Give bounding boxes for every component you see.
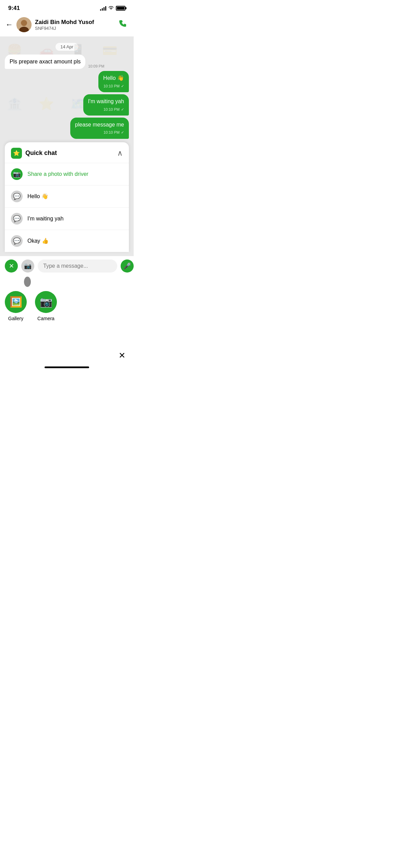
spacer xyxy=(0,327,134,347)
bubble-sent: please message me 10:10 PM ✓ xyxy=(70,118,129,139)
wifi-icon xyxy=(108,5,114,11)
status-icons xyxy=(100,5,125,11)
msg-time: 10:10 PM xyxy=(104,84,120,89)
msg-meta: 10:10 PM ✓ xyxy=(75,130,124,135)
quick-item-text-waiting: I'm waiting yah xyxy=(27,216,63,222)
chat-header: ← Zaidi Bin Mohd Yusof SNF9474J xyxy=(0,14,134,37)
msg-text: I'm waiting yah xyxy=(88,98,124,104)
msg-check: ✓ xyxy=(121,107,124,112)
contact-info: Zaidi Bin Mohd Yusof SNF9474J xyxy=(35,19,119,31)
date-separator: 14 Apr xyxy=(5,44,129,50)
quick-chat-header: ⭐ Quick chat ∧ xyxy=(5,142,129,163)
close-quick-button[interactable]: ✕ xyxy=(5,260,18,273)
quick-chat-title-row: ⭐ Quick chat xyxy=(11,148,57,159)
quick-item-text-okay: Okay 👍 xyxy=(27,238,49,244)
input-area: ✕ 📷 🎤 xyxy=(0,256,134,275)
bottom-close-row: ✕ xyxy=(0,347,134,364)
collapse-quick-chat-button[interactable]: ∧ xyxy=(117,149,123,158)
message-received: Pls prepare axact amount pls 10:09 PM xyxy=(5,55,129,69)
bubble-okay-icon: 💬 xyxy=(11,235,23,247)
bubble-sent: Hello 👋 10:10 PM ✓ xyxy=(98,71,129,92)
msg-text: Hello 👋 xyxy=(103,75,124,81)
signal-icon xyxy=(100,6,106,11)
contact-name: Zaidi Bin Mohd Yusof xyxy=(35,19,119,26)
quick-item-photo[interactable]: 📷 Share a photo with driver xyxy=(5,163,129,185)
msg-time-received: 10:09 PM xyxy=(88,64,104,68)
bubble-sent: I'm waiting yah 10:10 PM ✓ xyxy=(83,94,129,116)
gallery-option[interactable]: 🖼️ Gallery xyxy=(5,291,27,321)
msg-time: 10:10 PM xyxy=(104,107,120,112)
bottom-close-button[interactable]: ✕ xyxy=(119,351,125,360)
quick-item-text-photo: Share a photo with driver xyxy=(27,171,88,177)
media-options-row: 🖼️ Gallery 📷 Camera xyxy=(0,291,134,327)
camera-photo-icon: 📷 xyxy=(11,168,23,180)
msg-text: Pls prepare axact amount pls xyxy=(10,59,81,64)
quick-item-waiting[interactable]: 💬 I'm waiting yah xyxy=(5,208,129,230)
gallery-label: Gallery xyxy=(8,316,23,321)
quick-star-icon: ⭐ xyxy=(11,148,22,159)
gray-dot xyxy=(24,277,31,287)
quick-item-hello[interactable]: 💬 Hello 👋 xyxy=(5,185,129,208)
home-indicator xyxy=(0,364,134,370)
message-sent-1: Hello 👋 10:10 PM ✓ xyxy=(5,71,129,92)
camera-input-button[interactable]: 📷 xyxy=(21,260,34,273)
msg-time: 10:10 PM xyxy=(104,130,120,135)
bubble-hello-icon: 💬 xyxy=(11,191,23,202)
msg-meta: 10:10 PM ✓ xyxy=(88,107,124,112)
msg-check: ✓ xyxy=(121,84,124,89)
bubble-received: Pls prepare axact amount pls xyxy=(5,55,85,69)
back-button[interactable]: ← xyxy=(5,20,13,29)
status-time: 9:41 xyxy=(8,5,20,12)
camera-option[interactable]: 📷 Camera xyxy=(35,291,57,321)
chat-area: 🍔🚗📱💳 🏦⭐🗺️🎵 🚗💊🍔🏠 📱⭐🗺️💳 14 Apr Pls prepare… xyxy=(0,37,134,256)
message-input[interactable] xyxy=(38,260,117,273)
message-sent-2: I'm waiting yah 10:10 PM ✓ xyxy=(5,94,129,116)
bubble-waiting-icon: 💬 xyxy=(11,213,23,225)
close-icon: ✕ xyxy=(9,262,14,270)
msg-check: ✓ xyxy=(121,130,124,135)
mic-button[interactable]: 🎤 xyxy=(121,260,134,273)
call-button[interactable] xyxy=(119,19,128,31)
quick-chat-title: Quick chat xyxy=(25,149,57,157)
quick-chat-panel: ⭐ Quick chat ∧ 📷 Share a photo with driv… xyxy=(5,142,129,252)
camera-label: Camera xyxy=(37,316,54,321)
battery-icon xyxy=(116,6,125,11)
message-sent-3: please message me 10:10 PM ✓ xyxy=(5,118,129,139)
home-bar xyxy=(45,366,89,368)
contact-plate: SNF9474J xyxy=(35,26,119,31)
mic-icon: 🎤 xyxy=(123,262,131,270)
quick-item-text-hello: Hello 👋 xyxy=(27,193,48,200)
status-bar: 9:41 xyxy=(0,0,134,14)
quick-item-okay[interactable]: 💬 Okay 👍 xyxy=(5,230,129,252)
msg-meta: 10:10 PM ✓ xyxy=(103,84,124,89)
camera-icon: 📷 xyxy=(24,262,32,270)
camera-icon: 📷 xyxy=(35,291,57,313)
msg-text: please message me xyxy=(75,122,124,128)
avatar xyxy=(16,17,32,32)
gallery-icon: 🖼️ xyxy=(5,291,27,313)
svg-point-1 xyxy=(21,20,27,26)
